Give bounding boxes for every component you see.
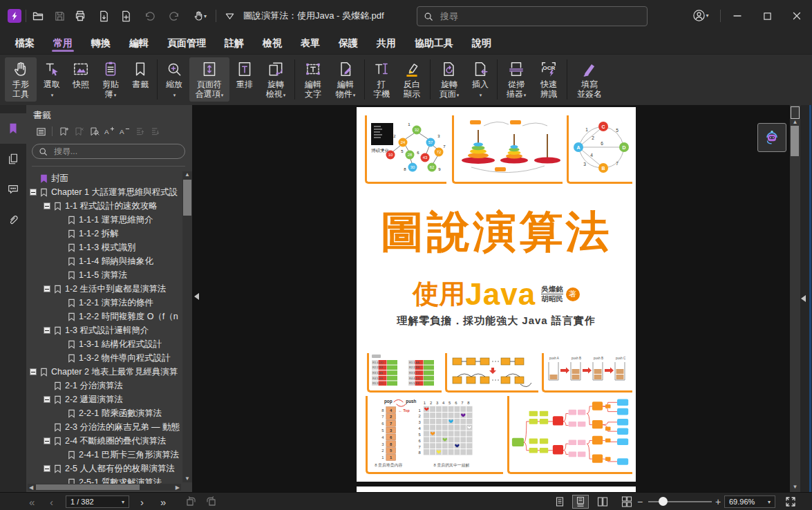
bookmark-item[interactable]: 1-1-5 演算法 [26, 268, 181, 282]
menu-tab[interactable]: 協助工具 [415, 32, 453, 54]
bookmark-item[interactable]: Chapter 1 大話運算思維與程式設 [26, 185, 181, 199]
menu-tab[interactable]: 檔案 [15, 32, 35, 54]
bookmark-item[interactable]: 1-1-1 運算思維簡介 [26, 213, 181, 227]
add-page-button[interactable] [117, 8, 134, 23]
collapse-expander[interactable] [57, 213, 67, 227]
scroll-up-arrow[interactable]: ▲ [790, 119, 800, 126]
menu-tab[interactable]: 表單 [301, 32, 320, 54]
maximize-button[interactable] [757, 6, 777, 26]
typewriter-button[interactable]: 打 字機 [368, 57, 395, 102]
bookmark-item[interactable]: 2-2 遞迴演算法 [26, 393, 181, 406]
scrollbar-thumb[interactable] [36, 484, 140, 490]
collapse-expander[interactable] [43, 420, 53, 434]
collapse-expander[interactable] [29, 171, 39, 185]
print-current-page-button[interactable] [95, 8, 112, 23]
pages-panel-tab[interactable] [0, 144, 26, 174]
panel-menu-button[interactable] [33, 124, 48, 138]
fill-sign-button[interactable]: 填寫 並簽名 [570, 57, 609, 102]
collapse-expander[interactable] [43, 393, 53, 406]
scroll-up-arrow[interactable]: ▲ [182, 171, 192, 178]
bookmark-item[interactable]: 1-1-4 歸納與抽象化 [26, 254, 181, 268]
bookmark-item[interactable]: 2-1 分治演算法 [26, 379, 181, 393]
bookmark-item[interactable]: 1-2-2 時間複雜度 O（f（n [26, 310, 181, 323]
collapse-left-panel-button[interactable] [194, 293, 199, 300]
collapse-expander[interactable] [57, 337, 67, 351]
quick-ocr-button[interactable]: OCR 快速 辨識 [534, 57, 564, 102]
add-bookmark-button[interactable] [56, 124, 71, 138]
collapse-expander[interactable] [57, 475, 67, 484]
bookmark-item[interactable]: 2-2-1 階乘函數演算法 [26, 406, 181, 420]
collapse-expander[interactable] [57, 296, 67, 310]
close-button[interactable] [786, 6, 807, 26]
account-button[interactable]: ▾ [688, 8, 713, 23]
reflow-button[interactable]: 重排 [231, 57, 258, 102]
last-page-button[interactable]: » [160, 493, 166, 510]
bookmark-item[interactable]: 2-5 人人都有份的枚舉演算法 [26, 462, 181, 475]
collapse-expander[interactable] [29, 365, 39, 379]
collapse-expander[interactable] [57, 448, 67, 462]
menu-tab[interactable]: 頁面管理 [167, 32, 206, 54]
bookmark-item[interactable]: 1-1 程式設計的速效攻略 [26, 199, 181, 213]
collapse-bookmarks-button[interactable]: A [117, 124, 132, 138]
collapse-expander[interactable] [43, 323, 53, 337]
collapse-expander[interactable] [57, 310, 67, 323]
delete-bookmark-button[interactable] [71, 124, 86, 138]
clipboard-button[interactable]: 剪貼 簿▾ [96, 57, 125, 102]
bookmark-item[interactable]: 2-5-1 質數求解演算法 [26, 475, 181, 484]
bookmark-item[interactable]: 1-3-2 物件導向程式設計 [26, 351, 181, 365]
undo-button[interactable] [141, 8, 158, 23]
bookmarks-panel-tab[interactable] [0, 113, 26, 144]
quick-access-dropdown[interactable] [221, 8, 238, 23]
snapshot-button[interactable]: 快照 [67, 57, 95, 102]
global-search-box[interactable] [417, 6, 648, 26]
menu-tab[interactable]: 說明 [472, 32, 491, 54]
collapse-expander[interactable] [43, 462, 53, 475]
bookmark-item[interactable]: 2-3 分治法的麻吉兄弟 — 動態 [26, 420, 181, 434]
panel-horizontal-scrollbar[interactable]: ◀ ▶ [28, 484, 181, 491]
scroll-right-arrow[interactable]: ▶ [176, 484, 180, 491]
collapse-expander[interactable] [57, 240, 67, 254]
previous-page-button[interactable]: ‹ [50, 493, 53, 510]
bookmark-item[interactable]: 2-4-1 巴斯卡三角形演算法 [26, 448, 181, 462]
collapse-expander[interactable] [57, 351, 67, 365]
collapse-expander[interactable] [57, 254, 67, 268]
collapse-expander[interactable] [57, 227, 67, 240]
facing-continuous-view-button[interactable] [619, 495, 635, 509]
zoom-slider-track[interactable] [648, 501, 712, 502]
collapse-expander[interactable] [29, 185, 39, 199]
bookmark-item[interactable]: Chapter 2 地表上最常見經典演算 [26, 365, 181, 379]
hand-tool-quick-button[interactable]: ▾ [188, 8, 211, 23]
edit-text-button[interactable]: 編輯 文字 [298, 57, 328, 102]
zoom-button[interactable]: 縮放 ▾ [160, 57, 188, 102]
menu-tab[interactable]: 保護 [339, 32, 358, 54]
first-page-button[interactable]: « [29, 493, 35, 510]
rotate-view-cw-button[interactable] [206, 496, 217, 507]
demote-bookmark-button[interactable] [147, 124, 162, 138]
fit-page-options-button[interactable]: 頁面符 合選項▾ [189, 57, 229, 102]
menu-tab[interactable]: 編輯 [129, 32, 149, 54]
edit-object-button[interactable]: 編輯 物件▾ [330, 57, 361, 102]
hand-tool-button[interactable]: 手形 工具 [5, 57, 37, 102]
print-button[interactable] [72, 8, 88, 23]
menu-tab[interactable]: 共用 [377, 32, 396, 54]
menu-tab[interactable]: 註解 [225, 32, 244, 54]
pdf-page-next[interactable] [357, 487, 636, 492]
pdf-page[interactable]: 博碩文化 321 242 573 104 285 436 727 308 62 [357, 107, 636, 482]
collapse-expander[interactable] [57, 268, 67, 282]
rotate-view-ccw-button[interactable] [185, 496, 196, 507]
bookmark-item[interactable]: 1-1-2 拆解 [26, 227, 181, 240]
facing-view-button[interactable] [594, 495, 611, 509]
open-file-button[interactable] [30, 8, 46, 23]
bookmark-item[interactable]: 1-3 程式設計邏輯簡介 [26, 323, 181, 337]
page-number-box[interactable]: 1 / 382 ▾ [66, 495, 129, 508]
comments-panel-tab[interactable] [0, 174, 26, 205]
collapse-expander[interactable] [43, 199, 53, 213]
expand-bookmarks-button[interactable]: A [102, 124, 117, 138]
scroll-left-arrow[interactable]: ◀ [29, 484, 33, 491]
redo-button[interactable] [166, 8, 182, 23]
scroll-down-arrow[interactable]: ▼ [182, 475, 192, 482]
zoom-slider-thumb[interactable] [659, 497, 668, 506]
bookmark-item[interactable]: 1-3-1 結構化程式設計 [26, 337, 181, 351]
document-vertical-scrollbar[interactable]: ▲ ▼ [790, 105, 800, 492]
bookmark-search-input[interactable] [53, 146, 173, 157]
